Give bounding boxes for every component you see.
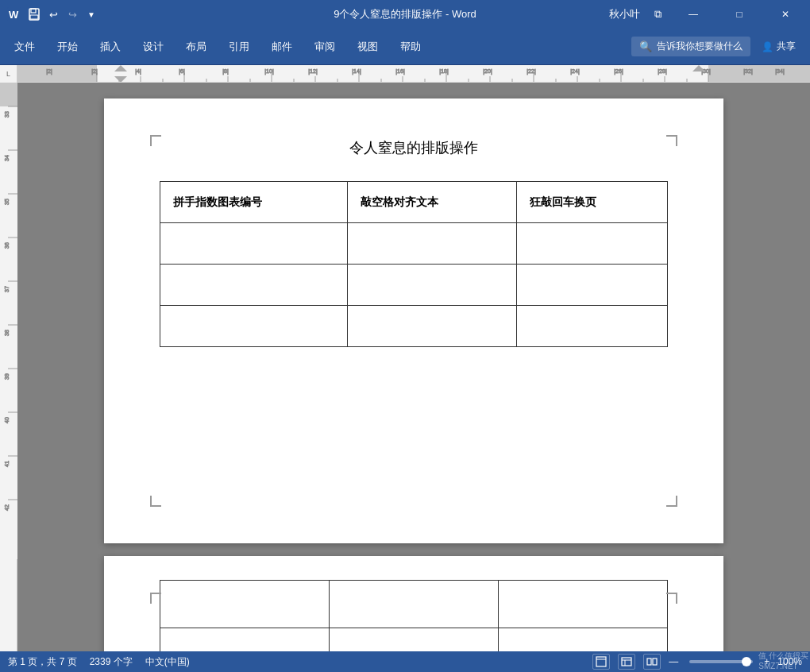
tab-references[interactable]: 引用: [218, 29, 260, 65]
tab-mailings[interactable]: 邮件: [260, 29, 303, 65]
tab-design[interactable]: 设计: [132, 29, 175, 65]
redo-icon[interactable]: ↪: [65, 7, 79, 21]
col-header-2: 敲空格对齐文本: [347, 182, 516, 223]
svg-rect-59: [0, 83, 17, 106]
tab-layout[interactable]: 布局: [175, 29, 218, 65]
p2-cell-1-3[interactable]: [499, 581, 668, 628]
svg-rect-80: [596, 657, 606, 666]
svg-text:|4|: |4|: [135, 68, 141, 75]
minimize-button[interactable]: —: [675, 0, 712, 29]
cell-1-3[interactable]: [516, 223, 667, 265]
svg-text:|28|: |28|: [658, 68, 667, 75]
svg-text:|22|: |22|: [526, 68, 536, 75]
watermark: 值 什么值得买SMZ7.NET: [758, 651, 808, 670]
main-area: 33 34 35 36 37 38 39 40 41 42 令人窒息的排版操作: [0, 83, 810, 651]
svg-text:|10|: |10|: [264, 68, 274, 75]
search-icon: 🔍: [639, 41, 652, 52]
svg-rect-85: [647, 658, 651, 665]
zoom-minus[interactable]: —: [669, 656, 678, 667]
svg-text:|16|: |16|: [395, 68, 405, 75]
col-header-1: 拼手指数图表编号: [160, 182, 348, 223]
search-box[interactable]: 🔍 告诉我你想要做什么: [631, 37, 750, 56]
p2-cell-2-3[interactable]: [499, 628, 668, 652]
word-count: 2339 个字: [90, 655, 133, 669]
page2-corner-tl: [150, 593, 161, 604]
cell-1-2[interactable]: [347, 223, 516, 265]
tab-insert[interactable]: 插入: [89, 29, 132, 65]
cell-3-1[interactable]: [160, 306, 348, 347]
tab-help[interactable]: 帮助: [389, 29, 432, 65]
tab-home[interactable]: 开始: [46, 29, 89, 65]
svg-rect-82: [622, 658, 631, 666]
svg-text:33: 33: [4, 111, 10, 118]
document-title: 9个令人窒息的排版操作 - Word: [334, 7, 476, 21]
page2-corner-tr: [666, 593, 677, 604]
corner-mark-tl: [150, 135, 161, 146]
table-row: [160, 306, 668, 347]
undo-icon[interactable]: ↩: [46, 7, 60, 21]
p2-cell-2-2[interactable]: [330, 628, 499, 652]
ruler-area: L: [0, 65, 810, 83]
svg-text:|18|: |18|: [439, 68, 449, 75]
table-row: [160, 628, 668, 652]
zoom-slider[interactable]: [689, 660, 753, 663]
svg-text:|2|: |2|: [46, 68, 52, 75]
ribbon: 文件 开始 插入 设计 布局 引用 邮件 审阅 视图 帮助 🔍 告诉我你想要做什…: [0, 29, 810, 65]
svg-text:|26|: |26|: [614, 68, 623, 75]
corner-mark-br: [666, 496, 677, 507]
document-heading[interactable]: 令人窒息的排版操作: [160, 138, 668, 157]
cell-3-3[interactable]: [516, 306, 667, 347]
table-row: [160, 223, 668, 265]
svg-text:42: 42: [4, 504, 10, 511]
p2-cell-1-2[interactable]: [330, 581, 499, 628]
print-layout-btn[interactable]: [592, 654, 610, 670]
page-2-content: [104, 556, 723, 651]
zoom-thumb: [742, 657, 751, 666]
cell-3-2[interactable]: [347, 306, 516, 347]
page-info: 第 1 页，共 7 页: [8, 655, 77, 669]
share-button[interactable]: 👤 共享: [750, 40, 807, 53]
table-row: [160, 265, 668, 306]
svg-rect-4: [30, 15, 38, 19]
svg-text:|34|: |34|: [775, 68, 785, 75]
svg-text:|2|: |2|: [91, 68, 98, 75]
corner-mark-tr: [666, 135, 677, 146]
close-button[interactable]: ✕: [767, 0, 804, 29]
cell-2-1[interactable]: [160, 265, 348, 306]
svg-text:36: 36: [4, 242, 10, 249]
tab-review[interactable]: 审阅: [303, 29, 346, 65]
person-icon: 👤: [762, 41, 773, 52]
svg-text:|12|: |12|: [308, 68, 318, 75]
cell-2-3[interactable]: [516, 265, 667, 306]
read-mode-btn[interactable]: [643, 654, 661, 670]
restore-down-icon[interactable]: ⧉: [650, 6, 665, 22]
maximize-button[interactable]: □: [721, 0, 758, 29]
save-quick-icon[interactable]: [27, 7, 41, 21]
svg-text:|6|: |6|: [179, 68, 185, 75]
svg-text:|14|: |14|: [352, 68, 361, 75]
web-layout-btn[interactable]: [618, 654, 635, 670]
corner-mark-bl: [150, 496, 161, 507]
svg-text:|8|: |8|: [222, 68, 229, 75]
svg-text:40: 40: [4, 417, 10, 423]
tab-view[interactable]: 视图: [346, 29, 389, 65]
col-header-3: 狂敲回车换页: [516, 182, 667, 223]
svg-text:39: 39: [4, 373, 10, 380]
cell-2-2[interactable]: [347, 265, 516, 306]
p2-cell-1-1[interactable]: [160, 581, 330, 628]
cell-1-1[interactable]: [160, 223, 348, 265]
svg-text:35: 35: [4, 199, 10, 205]
svg-text:|32|: |32|: [743, 68, 753, 75]
page2-table: [160, 580, 668, 651]
main-table: 拼手指数图表编号 敲空格对齐文本 狂敲回车换页: [160, 181, 668, 347]
document-area[interactable]: 令人窒息的排版操作 拼手指数图表编号 敲空格对齐文本 狂敲回车换页: [17, 83, 810, 651]
svg-text:|24|: |24|: [570, 68, 580, 75]
tab-file[interactable]: 文件: [3, 29, 46, 65]
customize-icon[interactable]: ▼: [84, 7, 98, 21]
svg-rect-58: [0, 83, 17, 559]
svg-rect-7: [708, 65, 810, 82]
titlebar: W ↩ ↪ ▼ 9个令人窒息的排版操作 - Word 秋小叶 ⧉ — □ ✕: [0, 0, 810, 29]
svg-text:|20|: |20|: [483, 68, 492, 75]
page-1-content: 令人窒息的排版操作 拼手指数图表编号 敲空格对齐文本 狂敲回车换页: [104, 98, 723, 543]
p2-cell-2-1[interactable]: [160, 628, 330, 652]
